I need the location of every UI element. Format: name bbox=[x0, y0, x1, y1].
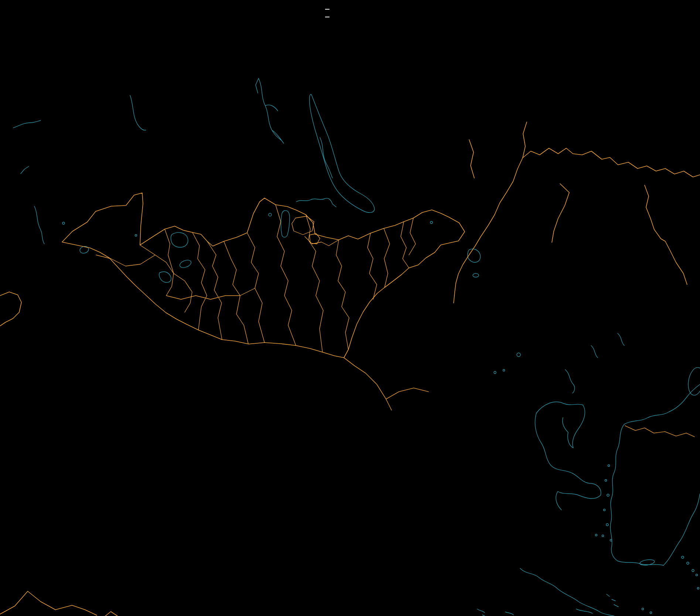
title-line2 bbox=[325, 17, 329, 17]
streaky-clouds-corner bbox=[329, 318, 440, 386]
jeju-island bbox=[639, 559, 655, 566]
primorye-coast bbox=[669, 384, 700, 412]
khanka-lake bbox=[686, 366, 700, 397]
russia-china-amur-border bbox=[523, 148, 700, 177]
political-borders-layer bbox=[0, 122, 700, 616]
border-spur-north bbox=[469, 122, 527, 178]
yalu-mouth-coast bbox=[624, 412, 669, 424]
china-province-border-bottomleft bbox=[0, 591, 117, 616]
buir-lake bbox=[473, 273, 479, 277]
hydrography-layer bbox=[13, 78, 700, 616]
khyargas-lake bbox=[179, 259, 192, 269]
hangzhou-coast bbox=[576, 609, 593, 613]
swath-lake-dot bbox=[494, 371, 496, 374]
image-title-block bbox=[325, 4, 329, 19]
yenisei-river bbox=[130, 95, 146, 130]
border-left-edge bbox=[0, 292, 21, 326]
tiny-lake-east bbox=[430, 221, 433, 224]
har-us-lake bbox=[159, 272, 171, 282]
cloud-shadows bbox=[412, 299, 506, 438]
cirrus-streaks bbox=[462, 233, 700, 384]
main-cloud-mass bbox=[321, 287, 572, 608]
korea-west-coast bbox=[610, 424, 624, 561]
angara-river bbox=[256, 78, 284, 143]
liaodong-peninsula-coast bbox=[563, 405, 585, 448]
satellite-quicklook-image bbox=[0, 0, 700, 616]
korea-east-coast bbox=[663, 494, 700, 565]
swath-lake-dot bbox=[503, 370, 505, 371]
small-lake-north bbox=[269, 213, 272, 216]
bohai-yellow-sea bbox=[526, 402, 625, 562]
swath-lake-dot bbox=[517, 353, 520, 357]
leftedge-river bbox=[34, 206, 44, 244]
map-canvas bbox=[0, 0, 700, 616]
dark-forest-terrain bbox=[598, 278, 700, 373]
selenga-river bbox=[296, 198, 336, 207]
liao-river bbox=[565, 370, 575, 393]
korean-peninsula-terrain bbox=[615, 412, 695, 565]
korea-islands bbox=[595, 465, 612, 541]
shanghai-coast bbox=[520, 568, 614, 616]
ussuri-border-east bbox=[645, 185, 687, 285]
mongolia-aimag-borders bbox=[96, 205, 416, 352]
topleft-river bbox=[13, 120, 41, 128]
title-line1 bbox=[325, 9, 329, 10]
khovsgol-lake bbox=[281, 211, 290, 237]
hulun-lake bbox=[468, 249, 481, 262]
bohai-north-coast bbox=[536, 402, 583, 413]
nk-china-yalu-border bbox=[625, 426, 694, 437]
bohai-west-shandong-coast bbox=[535, 413, 601, 510]
cloud-core-bright bbox=[332, 336, 485, 580]
swath-granule bbox=[321, 233, 700, 616]
sea-of-japan bbox=[669, 473, 700, 562]
yellow-sea-islands bbox=[477, 556, 699, 616]
ussuri-border-west bbox=[552, 184, 569, 242]
china-border-in-swath bbox=[344, 358, 428, 410]
lake-baikal-outline bbox=[310, 94, 375, 212]
small-river-west bbox=[21, 166, 29, 174]
songhua-river bbox=[591, 333, 624, 358]
uvs-nuur-lake bbox=[171, 232, 188, 247]
korea-south-coast bbox=[618, 561, 663, 565]
mongolia-national-border bbox=[62, 193, 465, 358]
scattered-cloud-patches bbox=[465, 277, 700, 615]
tiny-lake bbox=[135, 235, 137, 236]
small-lake bbox=[62, 222, 65, 224]
